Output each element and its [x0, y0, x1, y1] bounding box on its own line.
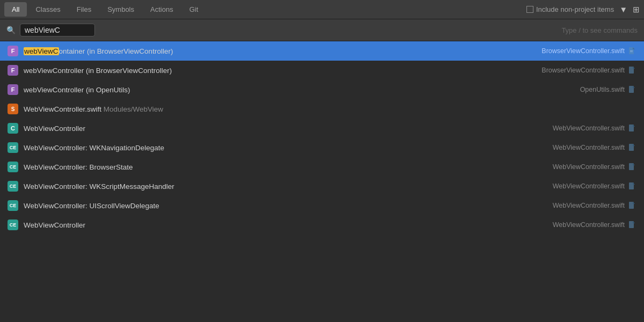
- badge-6: CE: [8, 162, 18, 172]
- result-file-9: WebViewController.swift: [553, 221, 625, 229]
- include-non-project-checkbox[interactable]: Include non-project items: [526, 5, 614, 13]
- svg-rect-2: [630, 52, 633, 52]
- main-content: F webViewContainer (in BrowserViewContro…: [0, 41, 644, 322]
- result-text-7: WebViewController: WKScriptMessageHandle…: [24, 182, 174, 191]
- result-name-3: WebViewController.swift Modules/WebView: [24, 105, 636, 113]
- file-icon-4: [628, 124, 636, 133]
- result-text-5: WebViewController: WKNavigationDelegate: [24, 144, 164, 152]
- file-icon-5: [628, 143, 636, 152]
- tab-git[interactable]: Git: [182, 2, 206, 17]
- layout-icon[interactable]: ⊞: [633, 5, 640, 14]
- result-text-4: WebViewController: [24, 125, 85, 133]
- badge-9: CE: [8, 219, 18, 230]
- result-name-0: webViewContainer (in BrowserViewControll…: [24, 47, 533, 55]
- result-text-1: webViewController (in BrowserViewControl…: [24, 67, 172, 75]
- tab-bar: All Classes Files Symbols Actions Git In…: [0, 0, 644, 19]
- badge-4: C: [8, 123, 18, 134]
- result-text-2: webViewController (in OpenUtils): [24, 86, 130, 94]
- filter-icon[interactable]: ▼: [619, 5, 627, 14]
- result-file-0: BrowserViewController.swift: [541, 47, 625, 55]
- result-item-7[interactable]: CE WebViewController: WKScriptMessageHan…: [0, 177, 644, 196]
- result-file-7: WebViewController.swift: [553, 182, 625, 190]
- result-name-2: webViewController (in OpenUtils): [24, 86, 572, 94]
- tab-all[interactable]: All: [4, 2, 27, 17]
- search-bar: 🔍 Type / to see commands: [0, 19, 644, 41]
- search-input-wrapper: [20, 24, 95, 36]
- result-item-2[interactable]: F webViewController (in OpenUtils) OpenU…: [0, 80, 644, 99]
- file-icon-2: [628, 85, 636, 94]
- file-icon-0: [628, 47, 636, 55]
- result-text-9: WebViewController: [24, 221, 85, 229]
- result-item-3[interactable]: S WebViewController.swift Modules/WebVie…: [0, 99, 644, 119]
- result-name-7: WebViewController: WKScriptMessageHandle…: [24, 182, 544, 191]
- tab-symbols[interactable]: Symbols: [100, 2, 142, 17]
- result-item-4[interactable]: C WebViewController WebViewController.sw…: [0, 119, 644, 138]
- badge-7: CE: [8, 181, 18, 192]
- result-text-3a: WebViewController.swift: [24, 105, 104, 113]
- result-item-0[interactable]: F webViewContainer (in BrowserViewContro…: [0, 41, 644, 61]
- result-name-rest-0: ontainer (in BrowserViewController): [59, 47, 173, 55]
- tab-files[interactable]: Files: [69, 2, 99, 17]
- file-icon-1: [628, 66, 636, 75]
- file-icon-8: [628, 201, 636, 210]
- search-hint: Type / to see commands: [561, 26, 638, 34]
- result-name-9: WebViewController: [24, 221, 544, 229]
- file-icon-6: [628, 163, 636, 171]
- svg-rect-1: [630, 50, 633, 51]
- search-input[interactable]: [20, 24, 95, 36]
- result-item-6[interactable]: CE WebViewController: BrowserState WebVi…: [0, 157, 644, 177]
- badge-5: CE: [8, 142, 18, 153]
- result-file-8: WebViewController.swift: [553, 202, 625, 209]
- results-list: F webViewContainer (in BrowserViewContro…: [0, 41, 644, 322]
- result-text-6: WebViewController: BrowserState: [24, 163, 133, 171]
- badge-0: F: [8, 46, 18, 56]
- result-name-6: WebViewController: BrowserState: [24, 163, 544, 171]
- result-text-8: WebViewController: UIScrollViewDelegate: [24, 202, 159, 210]
- result-file-6: WebViewController.swift: [553, 163, 625, 171]
- tab-actions[interactable]: Actions: [143, 2, 181, 17]
- include-non-project-label: Include non-project items: [536, 5, 614, 13]
- result-item-5[interactable]: CE WebViewController: WKNavigationDelega…: [0, 138, 644, 157]
- file-icon-9: [628, 221, 636, 229]
- result-file-4: WebViewController.swift: [553, 125, 625, 132]
- result-name-4: WebViewController: [24, 125, 544, 133]
- checkbox-box: [526, 6, 533, 13]
- result-item-1[interactable]: F webViewController (in BrowserViewContr…: [0, 61, 644, 80]
- result-file-5: WebViewController.swift: [553, 144, 625, 151]
- search-icon: 🔍: [6, 26, 16, 34]
- badge-2: F: [8, 84, 18, 95]
- result-name-8: WebViewController: UIScrollViewDelegate: [24, 202, 544, 210]
- result-file-1: BrowserViewController.swift: [541, 67, 625, 74]
- result-text-3b: Modules/WebView: [104, 105, 163, 113]
- badge-1: F: [8, 65, 18, 76]
- result-name-5: WebViewController: WKNavigationDelegate: [24, 144, 544, 152]
- highlight-0: webViewC: [24, 47, 59, 55]
- result-item-8[interactable]: CE WebViewController: UIScrollViewDelega…: [0, 196, 644, 215]
- file-icon-7: [628, 182, 636, 191]
- tab-classes[interactable]: Classes: [28, 2, 68, 17]
- result-file-2: OpenUtils.swift: [580, 86, 625, 93]
- result-item-9[interactable]: CE WebViewController WebViewController.s…: [0, 215, 644, 235]
- badge-8: CE: [8, 200, 18, 211]
- badge-3: S: [8, 104, 18, 114]
- result-name-1: webViewController (in BrowserViewControl…: [24, 67, 533, 75]
